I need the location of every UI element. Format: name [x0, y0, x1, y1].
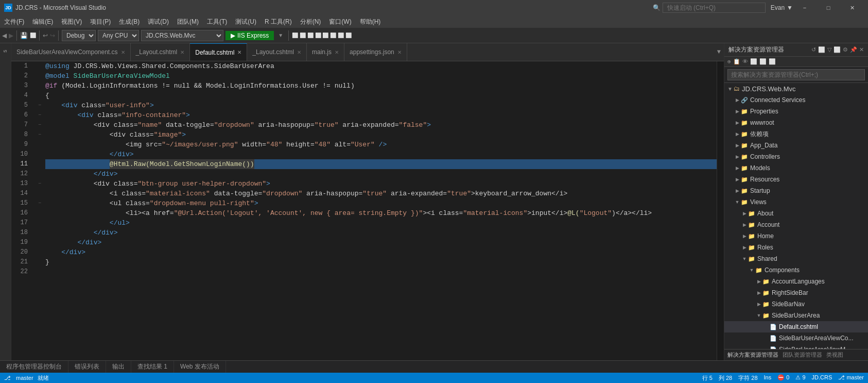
tree-item[interactable]: ▶📁Controllers	[724, 151, 868, 162]
play-button[interactable]: ▶ IIS Express	[225, 31, 274, 40]
code-line[interactable]: </div>	[45, 169, 717, 179]
tab-close-icon[interactable]: ✕	[297, 49, 301, 55]
collapse-indicator[interactable]: −	[36, 179, 43, 189]
tab-close-icon[interactable]: ✕	[121, 49, 125, 55]
menu-item[interactable]: R 工具(R)	[261, 18, 296, 26]
collapse-indicator[interactable]: −	[36, 198, 43, 208]
menu-item[interactable]: 分析(N)	[296, 18, 325, 26]
tab-close-icon[interactable]: ✕	[237, 49, 241, 55]
tree-item[interactable]: ▶📁AccountLanguages	[724, 276, 868, 287]
minimize-button[interactable]: −	[793, 0, 817, 15]
collapse-indicator[interactable]: −	[36, 101, 43, 110]
code-line[interactable]: <div class="user-info">	[45, 101, 717, 110]
tab-close-icon[interactable]: ✕	[180, 49, 184, 55]
code-line[interactable]: @using JD.CRS.Web.Views.Shared.Component…	[45, 61, 717, 71]
tab-close-icon[interactable]: ✕	[397, 49, 402, 55]
tree-item[interactable]: 📄Default.cshtml	[724, 321, 868, 332]
sol-add-icon[interactable]: ⊕	[727, 58, 731, 65]
quick-launch-input[interactable]	[663, 3, 766, 13]
tree-item[interactable]: ▶📁RightSideBar	[724, 287, 868, 298]
solution-explorer-tab[interactable]: 解决方案资源管理器	[727, 351, 778, 359]
tab-layout2[interactable]: _Layout.cshtml ✕	[247, 43, 307, 61]
code-line[interactable]: <div class="info-container">	[45, 110, 717, 120]
tree-item[interactable]: 📄SideBarUserAreaViewM...	[724, 344, 868, 349]
tree-item[interactable]: ▼📁Views	[724, 196, 868, 208]
tree-item[interactable]: ▶📁Startup	[724, 185, 868, 196]
tab-sidebaredit[interactable]: SideBarUserAreaViewComponent.cs ✕	[11, 43, 131, 61]
bottom-tab-webpublish[interactable]: Web 发布活动	[174, 361, 226, 373]
tree-item[interactable]: ▼📁Components	[724, 264, 868, 276]
menu-item[interactable]: 测试(U)	[231, 18, 261, 26]
code-line[interactable]: <img src="~/images/user.png" width="48" …	[45, 140, 717, 149]
bottom-tab-errors[interactable]: 错误列表	[68, 361, 106, 373]
tree-item[interactable]: ▶📁wwwroot	[724, 117, 868, 128]
tree-item[interactable]: ▶🔗Connected Services	[724, 94, 868, 106]
menu-item[interactable]: 视图(V)	[57, 18, 86, 26]
panel-close-icon[interactable]: ✕	[859, 46, 864, 53]
tree-item[interactable]: ▶📁App_Data	[724, 140, 868, 151]
bottom-tab-output[interactable]: 输出	[106, 361, 131, 373]
menu-item[interactable]: 生成(B)	[115, 18, 144, 26]
toolbar-undo[interactable]: ↩	[43, 32, 48, 39]
sol-extra-icon[interactable]: ⬜	[769, 58, 776, 65]
tab-layout1[interactable]: _Layout.cshtml ✕	[131, 43, 190, 61]
solution-tree[interactable]: ▼🗂JD.CRS.Web.Mvc▶🔗Connected Services▶📁Pr…	[724, 83, 868, 349]
menu-item[interactable]: 帮助(H)	[356, 18, 385, 26]
code-line[interactable]: </ul>	[45, 218, 717, 228]
sync-icon[interactable]: ↺	[811, 46, 816, 53]
code-line[interactable]: <div class="image">	[45, 130, 717, 140]
code-line[interactable]: <div class="name" data-toggle="dropdown"…	[45, 120, 717, 130]
toolbar-more[interactable]: ▼	[276, 32, 285, 38]
sol-filter2-icon[interactable]: ⬜	[750, 58, 757, 65]
menu-item[interactable]: 文件(F)	[0, 18, 28, 26]
collapse-indicator[interactable]: −	[36, 130, 43, 140]
platform-select[interactable]: Any CPU	[98, 30, 139, 41]
sol-nav-icon[interactable]: ⬜	[759, 58, 767, 65]
sol-show-icon[interactable]: 👁	[742, 58, 748, 65]
code-line[interactable]: <li><a href="@Url.Action('Logout', 'Acco…	[45, 208, 717, 218]
toolbar-redo[interactable]: ↪	[50, 32, 55, 39]
tree-item[interactable]: ▼📁Shared	[724, 253, 868, 264]
sidebar-explore-icon[interactable]: S	[0, 45, 11, 57]
code-line[interactable]: </div>	[45, 238, 717, 247]
tree-item[interactable]: ▶📁Resources	[724, 174, 868, 185]
tree-item[interactable]: ▼📁SideBarUserArea	[724, 310, 868, 321]
tree-item[interactable]: ▶📁About	[724, 208, 868, 219]
bottom-tab-findresults[interactable]: 查找结果 1	[131, 361, 174, 373]
collapse-indicator[interactable]: −	[36, 120, 43, 130]
sol-props-icon[interactable]: 📋	[733, 58, 740, 65]
filter-icon[interactable]: ▽	[827, 46, 831, 53]
tab-default-cshtml[interactable]: Default.cshtml ✕	[190, 43, 247, 61]
code-line[interactable]	[45, 267, 717, 277]
tree-item[interactable]: ▶📁SideBarNav	[724, 298, 868, 310]
menu-item[interactable]: 工具(T)	[203, 18, 231, 26]
editor-content[interactable]: 12345678910111213141516171819202122 −−−−…	[11, 61, 724, 360]
code-line[interactable]: @model SideBarUserAreaViewModel	[45, 71, 717, 81]
tree-item[interactable]: ▶📁Models	[724, 162, 868, 174]
pin-icon[interactable]: 📌	[850, 46, 857, 53]
tree-item[interactable]: ▶📁依赖项	[724, 128, 868, 140]
close-button[interactable]: ✕	[840, 0, 864, 15]
collapse-indicator[interactable]: −	[36, 110, 43, 120]
code-line[interactable]: }	[45, 257, 717, 267]
code-area[interactable]: @using JD.CRS.Web.Views.Shared.Component…	[43, 61, 717, 360]
code-line[interactable]: <ul class="dropdown-menu pull-right">	[45, 198, 717, 208]
settings-icon[interactable]: ⚙	[843, 46, 848, 53]
toolbar-save[interactable]: 💾	[20, 32, 28, 39]
code-line[interactable]: </div>	[45, 228, 717, 238]
menu-item[interactable]: 编辑(E)	[28, 18, 57, 26]
new-solution-icon[interactable]: ⬜	[818, 46, 825, 53]
tab-mainjs[interactable]: main.js ✕	[307, 43, 344, 61]
tab-dropdown-btn[interactable]: ▼	[714, 48, 724, 56]
debug-mode-select[interactable]: Debug	[62, 30, 96, 41]
tree-item[interactable]: ▶📁Account	[724, 219, 868, 230]
tree-item[interactable]: ▶📁Roles	[724, 242, 868, 253]
tab-appsettings[interactable]: appsettings.json ✕	[344, 43, 407, 61]
code-line[interactable]: <i class="material-icons" data-toggle="d…	[45, 189, 717, 198]
maximize-button[interactable]: □	[817, 0, 840, 15]
code-line[interactable]: </div>	[45, 149, 717, 159]
toolbar-nav-fwd[interactable]: ▶	[9, 32, 13, 39]
menu-item[interactable]: 窗口(W)	[325, 18, 355, 26]
code-line[interactable]: @Html.Raw(Model.GetShownLoginName())	[45, 159, 717, 169]
team-explorer-tab[interactable]: 团队资源管理器	[783, 351, 822, 359]
